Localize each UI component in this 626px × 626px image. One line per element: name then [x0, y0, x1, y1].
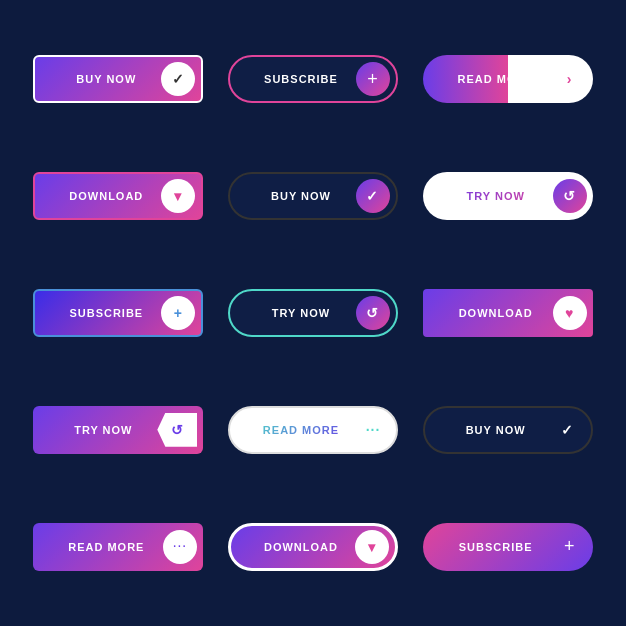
read-more-button-r4[interactable]: READ MORE ··· — [228, 406, 398, 454]
download-icon-r2: ▾ — [161, 179, 195, 213]
subscribe-button-r1[interactable]: SUBSCRIBE + — [228, 55, 398, 103]
buy-now-icon-r2: ✓ — [356, 179, 390, 213]
subscribe-icon-r1: + — [356, 62, 390, 96]
btn-wrapper-subscribe-r3: SUBSCRIBE + — [30, 264, 207, 363]
btn-wrapper-try-now-r2: TRY NOW ↺ — [419, 147, 596, 246]
button-grid: BUY NOW ✓ SUBSCRIBE + READ MORE › DOWNLO… — [0, 0, 626, 626]
download-label-r5: DOWNLOAD — [247, 541, 355, 553]
read-more-icon-r1: › — [553, 62, 587, 96]
btn-wrapper-buy-now-r2: BUY NOW ✓ — [225, 147, 402, 246]
try-now-icon-r3: ↺ — [356, 296, 390, 330]
btn-wrapper-try-now-r4: TRY NOW ↺ — [30, 380, 207, 479]
download-button-r5[interactable]: DOWNLOAD ▾ — [228, 523, 398, 571]
download-icon-r5: ▾ — [355, 530, 389, 564]
try-now-label-r4: TRY NOW — [49, 424, 157, 436]
buy-now-label-r2: BUY NOW — [246, 190, 356, 202]
download-label-r2: DOWNLOAD — [51, 190, 161, 202]
subscribe-icon-r5: + — [553, 530, 587, 564]
buy-now-button-r1[interactable]: BUY NOW ✓ — [33, 55, 203, 103]
try-now-button-r3[interactable]: TRY NOW ↺ — [228, 289, 398, 337]
btn-wrapper-download-r2: DOWNLOAD ▾ — [30, 147, 207, 246]
subscribe-label-r5: SUBSCRIBE — [439, 541, 553, 553]
btn-wrapper-read-more-r5: READ MORE ··· — [30, 497, 207, 596]
buy-now-icon-r1: ✓ — [161, 62, 195, 96]
download-button-r2[interactable]: DOWNLOAD ▾ — [33, 172, 203, 220]
read-more-label-r5: READ MORE — [49, 541, 163, 553]
download-icon-r3: ♥ — [553, 296, 587, 330]
read-more-icon-r5: ··· — [163, 530, 197, 564]
read-more-button-r1[interactable]: READ MORE › — [423, 55, 593, 103]
buy-now-label-r4: BUY NOW — [441, 424, 551, 436]
read-more-button-r5[interactable]: READ MORE ··· — [33, 523, 203, 571]
try-now-label-r3: TRY NOW — [246, 307, 356, 319]
btn-wrapper-buy-now-r1: BUY NOW ✓ — [30, 30, 207, 129]
btn-wrapper-download-r3: DOWNLOAD ♥ — [419, 264, 596, 363]
subscribe-button-r5[interactable]: SUBSCRIBE + — [423, 523, 593, 571]
btn-wrapper-download-r5: DOWNLOAD ▾ — [225, 497, 402, 596]
btn-wrapper-read-more-r1: READ MORE › — [419, 30, 596, 129]
subscribe-label-r3: SUBSCRIBE — [51, 307, 161, 319]
subscribe-button-r3[interactable]: SUBSCRIBE + — [33, 289, 203, 337]
try-now-icon-r4: ↺ — [157, 413, 197, 447]
btn-wrapper-read-more-r4: READ MORE ··· — [225, 380, 402, 479]
read-more-label-r1: READ MORE — [439, 73, 553, 85]
btn-wrapper-subscribe-r5: SUBSCRIBE + — [419, 497, 596, 596]
subscribe-icon-r3: + — [161, 296, 195, 330]
buy-now-label-r1: BUY NOW — [51, 73, 161, 85]
try-now-button-r4[interactable]: TRY NOW ↺ — [33, 406, 203, 454]
download-label-r3: DOWNLOAD — [439, 307, 553, 319]
try-now-label-r2: TRY NOW — [439, 190, 553, 202]
buy-now-icon-r4: ✓ — [551, 413, 585, 447]
try-now-icon-r2: ↺ — [553, 179, 587, 213]
download-button-r3[interactable]: DOWNLOAD ♥ — [423, 289, 593, 337]
btn-wrapper-try-now-r3: TRY NOW ↺ — [225, 264, 402, 363]
buy-now-button-r4[interactable]: BUY NOW ✓ — [423, 406, 593, 454]
btn-wrapper-subscribe-r1: SUBSCRIBE + — [225, 30, 402, 129]
try-now-button-r2[interactable]: TRY NOW ↺ — [423, 172, 593, 220]
subscribe-label-r1: SUBSCRIBE — [246, 73, 356, 85]
buy-now-button-r2[interactable]: BUY NOW ✓ — [228, 172, 398, 220]
btn-wrapper-buy-now-r4: BUY NOW ✓ — [419, 380, 596, 479]
read-more-label-r4: READ MORE — [246, 424, 356, 436]
read-more-icon-r4: ··· — [356, 413, 390, 447]
